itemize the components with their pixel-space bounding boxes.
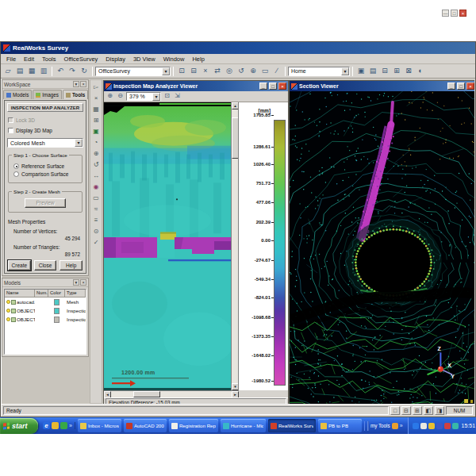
my-tools-icon[interactable]	[392, 423, 398, 429]
horizontal-scroll-thumb[interactable]	[133, 391, 160, 397]
cascade-icon[interactable]: ▤	[367, 66, 378, 77]
new-window-icon[interactable]: ▣	[355, 66, 367, 77]
inspection-map-canvas[interactable]: 1200.00 mm	[104, 102, 231, 390]
close-window-icon[interactable]: ⊠	[403, 66, 414, 77]
panel-pin-icon[interactable]: ▾	[73, 279, 79, 286]
chevron-more-icon[interactable]: »	[69, 423, 72, 428]
pointer-icon[interactable]: ▻	[91, 83, 102, 92]
horizontal-scroll-track[interactable]	[111, 391, 232, 397]
taskbar-task[interactable]: Registration Rep...	[169, 419, 218, 432]
tray-icon[interactable]	[444, 423, 451, 429]
section-3d-view[interactable]: ZXY	[290, 91, 474, 404]
attach-icon[interactable]: ⊕	[248, 66, 259, 77]
reference-surface-radio[interactable]	[13, 163, 19, 169]
close-button[interactable]: Close	[34, 260, 57, 271]
panel-close-icon[interactable]: ×	[80, 81, 86, 87]
lock-icon[interactable]: ⊙	[91, 227, 102, 236]
zoom-out-icon[interactable]: ⊖	[116, 92, 125, 101]
pan-icon[interactable]: ↔	[91, 171, 102, 181]
chevron-down-icon[interactable]: ▾	[152, 93, 160, 101]
models-panel-header[interactable]: Models ▾ ×	[2, 278, 88, 287]
internet-explorer-icon[interactable]: e	[43, 422, 50, 429]
preview-button[interactable]: Preview	[25, 198, 66, 208]
measure-icon[interactable]: ▭	[259, 66, 271, 77]
tile-vertical-icon[interactable]: ⊞	[391, 66, 402, 77]
target-icon[interactable]: ◎	[224, 66, 235, 77]
taskbar-clock[interactable]: 15:51	[462, 423, 476, 428]
horizontal-scrollbar[interactable]: ◄ ►	[104, 390, 239, 397]
link-views-icon[interactable]: ◧	[424, 406, 433, 415]
menu-item-display[interactable]: Display	[102, 55, 129, 63]
start-button[interactable]: start	[0, 418, 38, 434]
menu-item-3d-view[interactable]: 3D View	[129, 55, 159, 63]
layout-grid-icon[interactable]: ⊞	[413, 406, 422, 415]
tab-images[interactable]: Images	[33, 90, 62, 99]
close-icon[interactable]: ×	[278, 83, 286, 90]
delete-icon[interactable]: ×	[91, 94, 102, 103]
menu-item-window[interactable]: Window	[159, 55, 189, 63]
column-header-name[interactable]: Name	[5, 290, 35, 297]
table-row[interactable]: autocad...Mesh	[5, 298, 86, 306]
taskbar-task[interactable]: PB to PB	[318, 419, 362, 432]
taskbar-task[interactable]: RealWorks Survey	[268, 419, 316, 432]
panel-close-icon[interactable]: ×	[80, 279, 86, 286]
clipping-icon[interactable]: ⊟	[188, 66, 199, 77]
taskbar-task[interactable]: Hurricane - Micro...	[221, 419, 266, 432]
table-row[interactable]: OBJECT...Inspectio	[5, 306, 86, 315]
column-header-type[interactable]: Type	[65, 290, 86, 297]
vertical-scroll-track[interactable]	[232, 109, 238, 383]
menu-item-tools[interactable]: Tools	[38, 55, 60, 63]
menu-item-edit[interactable]: Edit	[20, 55, 38, 63]
section-viewer-titlebar[interactable]: Section Viewer _ □ ×	[290, 81, 474, 91]
visibility-bulb-icon[interactable]	[6, 300, 10, 304]
limit-box-icon[interactable]: ▭	[91, 194, 102, 203]
tray-icon[interactable]	[420, 423, 427, 429]
layout-horizontal-icon[interactable]: ⊟	[401, 406, 411, 415]
segment-icon[interactable]: ≈	[91, 205, 102, 214]
menu-item-help[interactable]: Help	[188, 55, 208, 63]
lock-3d-checkbox[interactable]	[8, 117, 13, 123]
vertical-scrollbar[interactable]: ▲ ▼	[231, 102, 238, 390]
comparison-surface-radio[interactable]	[13, 171, 19, 177]
chevron-down-icon[interactable]: ▾	[75, 139, 83, 147]
chevron-down-icon[interactable]: ▾	[162, 67, 170, 75]
orbit-icon[interactable]: ↺	[91, 160, 102, 170]
tray-icon[interactable]	[413, 423, 419, 429]
fit-view-icon[interactable]: ⊡	[176, 66, 187, 77]
toolbar-grip[interactable]	[367, 421, 369, 431]
map-analyzer-titlebar[interactable]: Inspection Map Analyzer Viewer _ □ ×	[104, 81, 288, 91]
mesh-type-combo[interactable]: Colored Mesh ▾	[7, 138, 83, 148]
help-button[interactable]: Help	[60, 260, 83, 271]
chevron-more-icon[interactable]: »	[400, 423, 403, 428]
undo-icon[interactable]: ↶	[55, 66, 66, 77]
grid-icon[interactable]: ⊞	[91, 116, 102, 125]
zoom-level-combo[interactable]: 379 % ▾	[126, 92, 161, 101]
print-icon[interactable]: ▥	[38, 66, 49, 77]
refresh-icon[interactable]: ↻	[79, 66, 90, 77]
desktop-icon[interactable]	[52, 422, 59, 429]
visibility-bulb-icon[interactable]	[6, 317, 10, 321]
eye-icon[interactable]: ◉	[91, 182, 102, 192]
pan-map-icon[interactable]: ⇲	[173, 92, 182, 101]
close-icon[interactable]: ×	[466, 83, 474, 90]
menu-item-officesurvey[interactable]: OfficeSurvey	[60, 55, 102, 63]
menu-item-file[interactable]: File	[2, 55, 20, 63]
create-button[interactable]: Create	[8, 260, 31, 271]
sync-views-icon[interactable]: ◨	[435, 406, 444, 415]
level-icon[interactable]: ≡	[91, 216, 102, 225]
view-mode-combo[interactable]: Home ▾	[288, 67, 350, 76]
taskbar-task[interactable]: AutoCAD 2002	[124, 419, 167, 432]
maximize-icon[interactable]: □	[269, 83, 277, 90]
panel-pin-icon[interactable]: ▾	[73, 81, 79, 87]
taskbar-task[interactable]: Inbox - Microsof...	[78, 419, 121, 432]
delete-icon[interactable]: ×	[200, 66, 211, 77]
layout-single-icon[interactable]: □	[390, 406, 400, 415]
tab-tools[interactable]: Tools	[63, 90, 88, 99]
zoom-icon[interactable]: ⊕	[91, 149, 102, 159]
visibility-bulb-icon[interactable]	[6, 309, 10, 313]
sample-icon[interactable]: ◔	[91, 138, 102, 148]
workspace-panel-header[interactable]: WorkSpace ▾ ×	[2, 80, 88, 89]
app-titlebar[interactable]: RealWorks Survey	[1, 42, 475, 54]
minimize-icon[interactable]: _	[259, 83, 267, 90]
outer-close-icon[interactable]: ×	[459, 10, 466, 17]
